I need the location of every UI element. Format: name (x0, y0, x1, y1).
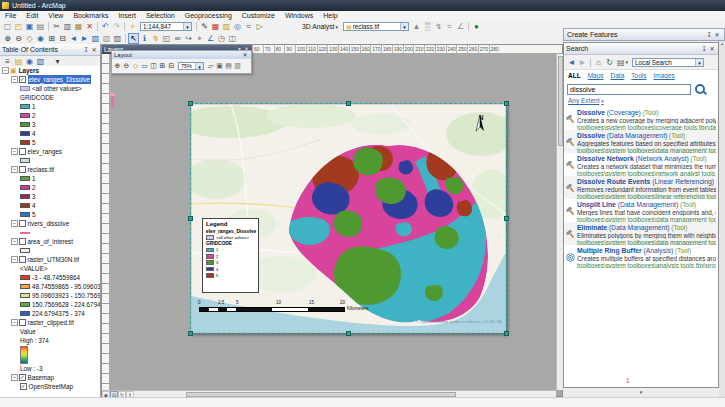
layout-zoom-in-icon[interactable]: ⊕ (113, 60, 122, 71)
toc-row[interactable]: 150.7569628 - 224.6794374 (0, 300, 100, 309)
zoom-100-icon[interactable]: ◫ (149, 60, 158, 71)
menu-customize[interactable]: Customize (237, 11, 280, 20)
visibility-checkbox[interactable]: ✓ (19, 76, 26, 83)
back-extent-icon[interactable]: ◄ (68, 33, 79, 44)
contour-icon[interactable]: ≈ (444, 21, 455, 32)
toc-row[interactable]: 4 (0, 129, 100, 138)
close-icon[interactable]: ✕ (241, 51, 249, 59)
identify-icon[interactable]: ℹ (139, 33, 150, 44)
layout-fixed-zoom-in-icon[interactable]: ⊞ (158, 60, 167, 71)
undo-icon[interactable]: ↶ (100, 21, 111, 32)
measure-icon[interactable]: ∠ (205, 33, 216, 44)
close-icon[interactable]: ✕ (708, 45, 716, 52)
toc-row[interactable]: −rivers_dissolve (0, 219, 100, 228)
symbol-swatch[interactable] (20, 194, 30, 199)
toc-row[interactable]: 4 (0, 201, 100, 210)
selection-handle[interactable] (346, 101, 351, 106)
save-icon[interactable]: ▣ (24, 21, 35, 32)
menu-bookmarks[interactable]: Bookmarks (68, 11, 113, 20)
search-result[interactable]: Dissolve (Coverage) (Tool)Creates a new … (564, 107, 718, 130)
visibility-checkbox[interactable] (19, 220, 26, 227)
search-scope-combo[interactable]: Local Search▾ (632, 58, 704, 67)
layout-toolbar-titlebar[interactable]: Layout ✕ (112, 51, 251, 59)
visibility-checkbox[interactable]: ✓ (19, 374, 26, 381)
hyperlink-icon[interactable]: ↯ (150, 33, 161, 44)
symbol-swatch[interactable] (20, 185, 30, 190)
selection-handle[interactable] (188, 216, 193, 221)
fixed-zoom-out-icon[interactable]: ⊟ (57, 33, 68, 44)
interpolate-icon[interactable]: ▒ (422, 21, 433, 32)
toc-row[interactable] (0, 228, 100, 237)
layout-fixed-zoom-out-icon[interactable]: ⊟ (167, 60, 176, 71)
cut-icon[interactable]: ✂ (51, 21, 62, 32)
search-home-icon[interactable]: ⌂ (593, 57, 604, 68)
selection-handle[interactable] (504, 216, 509, 221)
add-data-icon[interactable]: + (127, 21, 138, 32)
symbol-swatch[interactable] (20, 203, 30, 208)
visibility-checkbox[interactable] (19, 238, 26, 245)
zoom-percent-combo[interactable]: 75%▾ (178, 62, 204, 70)
layout-toolbar-window[interactable]: Layout ✕ ⊕⊖◇▭◫⊞⊟75%▾▱▣▤▥ (111, 50, 252, 74)
search-result[interactable]: Dissolve Route Events (Linear Referencin… (564, 176, 718, 199)
tool-name[interactable]: Dissolve (577, 109, 605, 116)
selection-handle[interactable] (504, 101, 509, 106)
model-builder-icon[interactable]: ▷ (254, 21, 265, 32)
find-route-icon[interactable]: ↪ (183, 33, 194, 44)
fixed-zoom-in-icon[interactable]: ⊞ (46, 33, 57, 44)
3d-analyst-layer-combo[interactable]: ▤reclass.tif▾ (343, 22, 409, 31)
time-slider-icon[interactable]: ◷ (216, 33, 227, 44)
data-driven-pages-icon[interactable]: ▥ (233, 60, 242, 71)
menu-help[interactable]: Help (318, 11, 342, 20)
paste-icon[interactable]: ▦ (73, 21, 84, 32)
search-window-icon[interactable]: ◎ (232, 21, 243, 32)
dropdown-arrow-icon[interactable]: ▾ (400, 23, 408, 30)
menu-selection[interactable]: Selection (141, 11, 180, 20)
forward-extent-icon[interactable]: ► (79, 33, 90, 44)
symbol-swatch[interactable] (20, 158, 30, 163)
tool-name[interactable]: Multiple Ring Buffer (577, 247, 642, 254)
toggle-draft-mode-icon[interactable]: ▱ (206, 60, 215, 71)
tool-name[interactable]: Eliminate (577, 224, 607, 231)
dropdown-arrow-icon[interactable]: ▾ (695, 59, 703, 66)
toc-row[interactable]: <VALUE> (0, 264, 100, 273)
expander-icon[interactable]: − (11, 238, 18, 245)
any-extent-link[interactable]: Any Extent (568, 97, 599, 104)
toc-row[interactable]: 5 (0, 138, 100, 147)
select-features-icon[interactable]: ▧ (90, 33, 101, 44)
line-of-sight-icon[interactable]: ∠ (455, 21, 466, 32)
search-forward-icon[interactable]: ► (577, 57, 588, 68)
toc-row[interactable]: 3 (0, 192, 100, 201)
expander-icon[interactable]: − (11, 256, 18, 263)
print-icon[interactable]: ▤ (35, 21, 46, 32)
panel-scrollbar[interactable]: ▴ (718, 41, 725, 397)
toc-row[interactable]: High : 374 (0, 336, 100, 345)
index-settings-icon[interactable]: ▤▾ (615, 57, 630, 68)
search-result[interactable]: Dissolve (Data Management) (Tool)Aggrega… (564, 130, 718, 153)
expander-icon[interactable]: − (11, 319, 18, 326)
symbol-swatch[interactable] (20, 212, 30, 217)
autohide-pin-icon[interactable]: ↧ (82, 46, 90, 53)
visibility-checkbox[interactable] (19, 256, 26, 263)
toc-row[interactable]: 224.6794375 - 374 (0, 309, 100, 318)
expander-icon[interactable]: − (11, 374, 18, 381)
zoom-in-icon[interactable]: ⊕ (2, 33, 13, 44)
symbol-swatch[interactable] (20, 176, 30, 181)
selection-handle[interactable] (346, 331, 351, 336)
globe-view-icon[interactable]: ● (471, 21, 482, 32)
tool-name[interactable]: Dissolve Route Events (577, 178, 650, 185)
search-tab-images[interactable]: Images (653, 72, 674, 79)
go-to-xy-icon[interactable]: ⌖ (194, 33, 205, 44)
expander-icon[interactable]: − (11, 76, 18, 83)
3d-analyst-menu[interactable]: 3D Analyst▾ (299, 23, 341, 30)
toc-row[interactable]: Value (0, 327, 100, 336)
symbol-swatch[interactable] (20, 140, 30, 145)
search-submit-icon[interactable] (695, 84, 705, 94)
toc-row[interactable]: <all other values> (0, 84, 100, 93)
select-by-attributes-icon[interactable]: ▨ (112, 33, 123, 44)
arctoolbox-icon[interactable]: ▦ (210, 21, 221, 32)
selection-handle[interactable] (188, 331, 193, 336)
toc-row[interactable]: 3 (0, 120, 100, 129)
toc-row[interactable]: −✓elev_ranges_Dissolve (0, 75, 100, 84)
search-input[interactable] (567, 84, 691, 95)
toc-row[interactable]: 1 (0, 102, 100, 111)
